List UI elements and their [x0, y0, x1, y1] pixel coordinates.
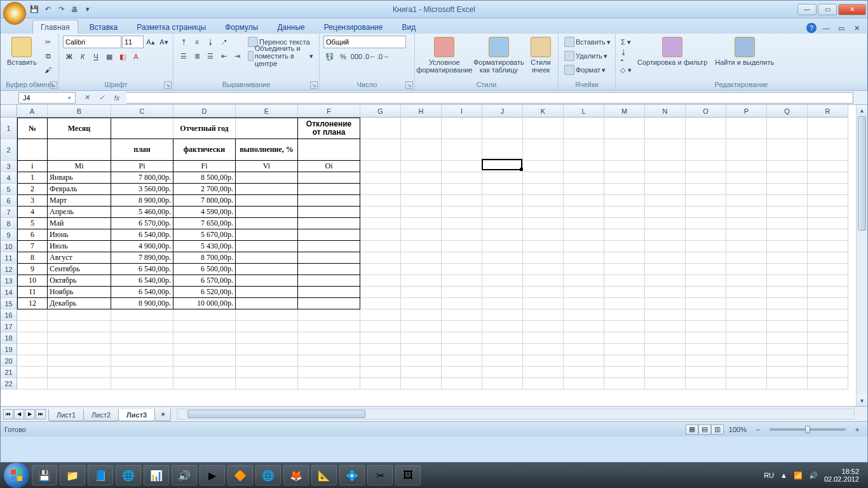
- cell[interactable]: [686, 298, 726, 309]
- cell[interactable]: [604, 218, 645, 229]
- cell[interactable]: [686, 264, 726, 275]
- cell[interactable]: 5 670,00р.: [173, 229, 236, 241]
- cut-icon[interactable]: ✂: [42, 36, 55, 48]
- cell[interactable]: [298, 172, 360, 184]
- cell[interactable]: 4 590,00р.: [173, 207, 236, 218]
- cell[interactable]: [645, 207, 686, 218]
- cell[interactable]: [401, 229, 442, 241]
- cell[interactable]: [523, 161, 564, 172]
- cell[interactable]: [604, 184, 645, 195]
- cell[interactable]: [686, 321, 726, 332]
- cell[interactable]: Месяц: [48, 118, 111, 139]
- cell[interactable]: [564, 184, 604, 195]
- inc-decimal-icon[interactable]: .0←: [363, 50, 376, 63]
- cell[interactable]: [401, 184, 442, 195]
- cell[interactable]: [17, 321, 48, 332]
- cell[interactable]: [564, 139, 604, 161]
- cell[interactable]: [604, 207, 645, 218]
- tab-review[interactable]: Рецензирование: [316, 20, 391, 34]
- cell[interactable]: [17, 332, 48, 344]
- cell[interactable]: [442, 332, 482, 344]
- cell[interactable]: [808, 355, 848, 367]
- cell[interactable]: 6 540,00р.: [111, 287, 173, 298]
- column-header[interactable]: L: [564, 105, 604, 118]
- cell[interactable]: 6: [17, 229, 48, 241]
- taskbar-item[interactable]: ✂: [367, 465, 393, 485]
- bold-button[interactable]: Ж: [63, 50, 76, 63]
- row-header[interactable]: 17: [1, 321, 17, 332]
- cell[interactable]: [808, 309, 848, 321]
- cell[interactable]: [564, 298, 604, 309]
- minimize-button[interactable]: —: [797, 4, 817, 15]
- cell[interactable]: [808, 321, 848, 332]
- cell[interactable]: [360, 172, 401, 184]
- cell[interactable]: [564, 172, 604, 184]
- align-bottom-icon[interactable]: ⭳: [204, 36, 217, 48]
- cell[interactable]: 3 560,00р.: [111, 184, 173, 195]
- cell[interactable]: [808, 298, 848, 309]
- cell[interactable]: [442, 195, 482, 207]
- cell[interactable]: [523, 207, 564, 218]
- cell[interactable]: [604, 378, 645, 390]
- cell[interactable]: [523, 252, 564, 264]
- cell[interactable]: [645, 252, 686, 264]
- cell[interactable]: [442, 309, 482, 321]
- taskbar-item[interactable]: 🦊: [283, 465, 309, 485]
- cell[interactable]: [236, 241, 298, 252]
- cell[interactable]: [401, 118, 442, 139]
- cell[interactable]: [482, 172, 523, 184]
- cell[interactable]: [604, 287, 645, 298]
- cell[interactable]: 8 700,00р.: [173, 252, 236, 264]
- cell[interactable]: 10: [17, 275, 48, 287]
- cell[interactable]: Pi: [111, 161, 173, 172]
- cell[interactable]: [401, 161, 442, 172]
- cell[interactable]: [360, 344, 401, 355]
- row-header[interactable]: 1: [1, 118, 17, 139]
- cell[interactable]: i: [17, 161, 48, 172]
- column-header[interactable]: M: [604, 105, 645, 118]
- cell[interactable]: [236, 275, 298, 287]
- cell[interactable]: 5 430,00р.: [173, 241, 236, 252]
- format-cells-button[interactable]: Формат ▾: [562, 64, 613, 76]
- cell[interactable]: [482, 207, 523, 218]
- autosum-icon[interactable]: Σ ▾: [620, 36, 632, 48]
- cell[interactable]: [686, 355, 726, 367]
- column-header[interactable]: B: [48, 105, 111, 118]
- taskbar-item[interactable]: 📘: [88, 465, 113, 485]
- cell[interactable]: [298, 367, 360, 378]
- cell[interactable]: [726, 218, 767, 229]
- cell[interactable]: [48, 321, 111, 332]
- cell[interactable]: [645, 378, 686, 390]
- cell[interactable]: [645, 195, 686, 207]
- cell[interactable]: [726, 287, 767, 298]
- cell[interactable]: [645, 321, 686, 332]
- cell[interactable]: фактически: [173, 139, 236, 161]
- cell[interactable]: [401, 355, 442, 367]
- font-color-icon[interactable]: A: [130, 50, 142, 63]
- cell[interactable]: [48, 139, 111, 161]
- cell[interactable]: [726, 298, 767, 309]
- zoom-thumb[interactable]: [805, 426, 810, 433]
- cell[interactable]: выполнение, %: [236, 139, 298, 161]
- cell[interactable]: [808, 287, 848, 298]
- cell[interactable]: [523, 172, 564, 184]
- row-header[interactable]: 5: [1, 184, 17, 195]
- cell[interactable]: [442, 118, 482, 139]
- cell[interactable]: 7 890,00р.: [111, 252, 173, 264]
- cell[interactable]: [604, 321, 645, 332]
- column-header[interactable]: N: [645, 105, 686, 118]
- cell[interactable]: Февраль: [48, 184, 111, 195]
- cell[interactable]: [523, 264, 564, 275]
- cell[interactable]: [482, 378, 523, 390]
- cell[interactable]: [604, 252, 645, 264]
- cell[interactable]: [48, 344, 111, 355]
- cell[interactable]: [726, 367, 767, 378]
- fx-icon[interactable]: fx: [111, 93, 123, 103]
- cell[interactable]: [298, 287, 360, 298]
- cell[interactable]: [442, 378, 482, 390]
- zoom-slider[interactable]: [770, 428, 846, 431]
- cell[interactable]: [726, 332, 767, 344]
- cell[interactable]: [564, 367, 604, 378]
- cell[interactable]: [111, 344, 173, 355]
- cell[interactable]: [236, 309, 298, 321]
